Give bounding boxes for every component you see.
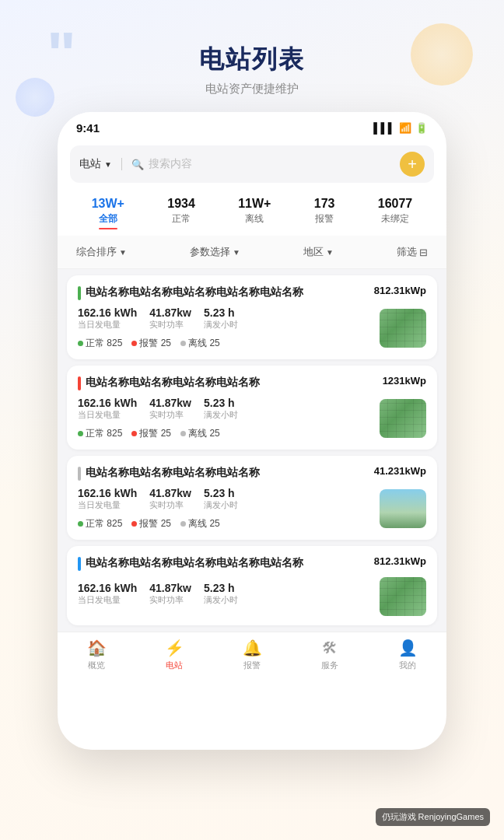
dropdown-arrow-icon: ▼: [104, 160, 112, 169]
station-indicator: [78, 286, 81, 300]
filter-arrow-icon: ▼: [233, 248, 240, 257]
station-card[interactable]: 电站名称电站名称电站名称电站名称电站名称 812.31kWp 162.16 kW…: [67, 546, 437, 625]
nav-label: 电站: [166, 660, 183, 671]
nav-item[interactable]: 🔔 报警: [229, 639, 275, 671]
status-tag: 离线 25: [180, 337, 220, 350]
nav-item[interactable]: 👤 我的: [384, 639, 431, 671]
search-dropdown[interactable]: 电站 ▼: [79, 157, 112, 171]
metric-item: 41.87kw 实时功率: [149, 582, 191, 606]
phone-mockup: 9:41 ▌▌▌ 📶 🔋 电站 ▼ 🔍 搜索内容 + 13W+ 全部 1934 …: [58, 112, 446, 750]
filter-label: 参数选择: [190, 245, 230, 259]
station-thumbnail: [380, 309, 426, 348]
station-capacity: 41.231kWp: [374, 465, 426, 477]
metric-label: 满发小时: [204, 594, 238, 606]
station-footer: 162.16 kWh 当日发电量 41.87kw 实时功率 5.23 h 满发小…: [78, 487, 426, 530]
status-label: 报警 25: [139, 427, 171, 440]
metric-item: 41.87kw 实时功率: [149, 306, 191, 331]
metric-value: 41.87kw: [149, 487, 191, 499]
stat-item[interactable]: 13W+ 全部: [92, 197, 124, 229]
metric-item: 41.87kw 实时功率: [149, 487, 191, 511]
metric-item: 5.23 h 满发小时: [204, 487, 238, 511]
status-label: 离线 25: [188, 427, 220, 440]
wifi-icon: 📶: [399, 122, 411, 134]
station-thumbnail: [380, 399, 426, 438]
filter-arrow-icon: ▼: [326, 248, 334, 257]
status-tag: 报警 25: [131, 337, 171, 350]
status-dot: [131, 431, 137, 436]
metric-value: 162.16 kWh: [78, 306, 137, 319]
search-bar: 电站 ▼ 🔍 搜索内容 +: [70, 145, 434, 183]
station-list: 电站名称电站名称电站名称电站名称电站名称 812.31kWp 162.16 kW…: [58, 269, 446, 632]
station-card[interactable]: 电站名称电站名称电站名称电站名称 1231kWp 162.16 kWh 当日发电…: [67, 366, 437, 450]
metric-label: 当日发电量: [78, 319, 137, 331]
metric-value: 41.87kw: [149, 306, 191, 319]
metric-item: 162.16 kWh 当日发电量: [78, 306, 137, 331]
add-button[interactable]: +: [400, 152, 425, 177]
status-dot: [78, 521, 83, 527]
stat-item[interactable]: 16077 未绑定: [378, 197, 413, 229]
stat-value: 173: [314, 197, 335, 211]
metric-value: 162.16 kWh: [78, 487, 137, 499]
station-header: 电站名称电站名称电站名称电站名称电站名称 812.31kWp: [78, 285, 426, 300]
metric-item: 5.23 h 满发小时: [204, 582, 238, 606]
stat-item[interactable]: 173 报警: [314, 197, 335, 229]
status-dot: [78, 341, 83, 346]
station-capacity: 812.31kWp: [374, 555, 426, 567]
filter-button[interactable]: 筛选⊟: [390, 242, 434, 262]
station-status-row: 正常 825 报警 25 离线 25: [78, 427, 380, 440]
signal-icon: ▌▌▌: [373, 122, 395, 134]
metric-value: 5.23 h: [204, 306, 238, 319]
status-tag: 报警 25: [131, 427, 171, 440]
metric-item: 5.23 h 满发小时: [204, 306, 238, 331]
filter-button[interactable]: 地区▼: [297, 242, 340, 262]
station-metrics: 162.16 kWh 当日发电量 41.87kw 实时功率 5.23 h 满发小…: [78, 397, 380, 421]
metric-label: 满发小时: [204, 499, 238, 511]
metric-label: 实时功率: [149, 409, 191, 421]
station-card[interactable]: 电站名称电站名称电站名称电站名称电站名称 812.31kWp 162.16 kW…: [67, 275, 437, 359]
station-name: 电站名称电站名称电站名称电站名称: [86, 375, 376, 390]
station-name-row: 电站名称电站名称电站名称电站名称电站名称: [78, 555, 368, 571]
watermark-text: 仍玩游戏 RenjoyingGames: [382, 811, 484, 823]
station-status-row: 正常 825 报警 25 离线 25: [78, 337, 380, 350]
stat-value: 16077: [378, 197, 413, 211]
metric-value: 5.23 h: [204, 487, 238, 499]
metric-value: 41.87kw: [149, 397, 191, 409]
station-header: 电站名称电站名称电站名称电站名称 41.231kWp: [78, 465, 426, 481]
nav-item[interactable]: 🛠 服务: [306, 639, 353, 671]
stat-value: 11W+: [238, 197, 271, 211]
thumb-image: [380, 309, 426, 348]
status-tag: 正常 825: [78, 517, 122, 530]
stat-label: 未绑定: [378, 212, 413, 226]
thumb-image: [380, 489, 426, 528]
metric-label: 当日发电量: [78, 499, 137, 511]
status-icons: ▌▌▌ 📶 🔋: [373, 122, 428, 134]
stat-item[interactable]: 11W+ 离线: [238, 197, 271, 229]
nav-item[interactable]: ⚡ 电站: [151, 639, 198, 671]
stat-item[interactable]: 1934 正常: [167, 197, 195, 229]
thumb-image: [380, 577, 426, 616]
nav-item[interactable]: 🏠 概览: [73, 639, 120, 671]
metric-label: 满发小时: [204, 409, 238, 421]
metric-item: 41.87kw 实时功率: [149, 397, 191, 421]
metric-item: 162.16 kWh 当日发电量: [78, 487, 137, 511]
status-tag: 离线 25: [180, 517, 220, 530]
station-footer: 162.16 kWh 当日发电量 41.87kw 实时功率 5.23 h 满发小…: [78, 397, 426, 440]
status-dot: [131, 341, 137, 346]
stat-underline: [99, 228, 117, 229]
station-card[interactable]: 电站名称电站名称电站名称电站名称 41.231kWp 162.16 kWh 当日…: [67, 456, 437, 540]
filter-button[interactable]: 参数选择▼: [184, 242, 247, 262]
status-dot: [78, 431, 83, 436]
search-input-area[interactable]: 🔍 搜索内容: [131, 157, 394, 171]
status-bar: 9:41 ▌▌▌ 📶 🔋: [58, 112, 446, 139]
filter-label: 地区: [303, 245, 324, 259]
filter-icon: ⊟: [419, 247, 428, 258]
filter-button[interactable]: 综合排序▼: [70, 242, 133, 262]
station-header: 电站名称电站名称电站名称电站名称电站名称 812.31kWp: [78, 555, 426, 571]
station-capacity: 812.31kWp: [374, 285, 426, 296]
metric-label: 实时功率: [149, 319, 191, 331]
stat-value: 13W+: [92, 197, 124, 211]
stat-label: 正常: [167, 212, 195, 226]
status-label: 离线 25: [188, 337, 220, 350]
status-label: 报警 25: [139, 337, 171, 350]
metric-item: 5.23 h 满发小时: [204, 397, 238, 421]
